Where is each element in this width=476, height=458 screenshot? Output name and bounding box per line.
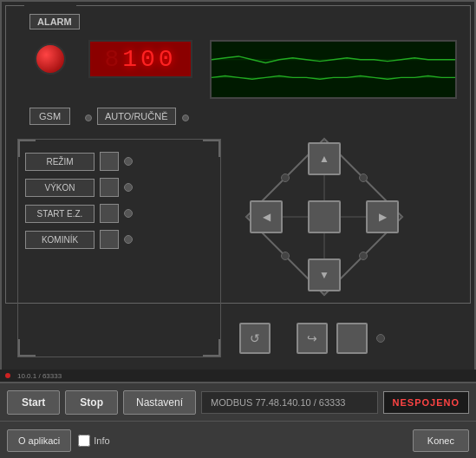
dpad-up-icon: ▲ [319,153,329,165]
auto-indicator [182,114,189,121]
rezim-indicator [124,157,133,166]
about-button[interactable]: O aplikaci [7,429,71,452]
info-checkbox[interactable] [78,435,90,447]
action-buttons-row: ↺ ↪ [239,323,385,354]
dpad-up-button[interactable]: ▲ [308,142,341,175]
stop-button[interactable]: Stop [65,390,118,415]
rezim-row: REŽIM [25,152,213,171]
corner-tl [18,140,36,157]
dpad-dot-dl [281,252,290,260]
rotate-left-icon: ↺ [250,331,260,345]
kominik-row: KOMINÍK [25,230,213,249]
modbus-status: MODBUS 77.48.140.10 / 63333 [201,391,377,414]
rezim-button[interactable]: REŽIM [25,153,95,171]
action-dot [376,334,385,343]
left-controls-panel: REŽIM VÝKON START E.Z. KOMINÍK [17,139,221,357]
dpad-down-button[interactable]: ▼ [308,258,341,291]
info-label: Info [94,435,109,446]
corner-br [203,339,220,357]
start-button[interactable]: Start [7,390,60,415]
dpad-right-button[interactable]: ▶ [366,200,399,233]
corner-bl [18,339,36,357]
dpad-left-icon: ◀ [263,211,271,223]
auto-manual-button[interactable]: AUTO/RUČNĚ [97,108,176,125]
status-strip: 10.0.1 / 63333 [0,370,476,382]
main-panel: ALARM 8100 GSM AUTO/RUČNĚ [0,0,476,382]
waveform-svg [212,42,455,97]
info-area: Info [78,435,109,447]
settings-button[interactable]: Nastavení [123,390,196,415]
action-right-button[interactable] [336,323,368,354]
end-button[interactable]: Konec [413,429,469,452]
start-ez-indicator [124,209,133,218]
kominik-button[interactable]: KOMINÍK [25,231,95,249]
dpad-down-icon: ▼ [319,269,329,281]
bottom-toolbar: Start Stop Nastavení MODBUS 77.48.140.10… [0,382,476,458]
forward-icon: ↪ [307,331,317,345]
dpad-container: ▲ ▼ ◀ ▶ [238,130,411,304]
vykon-small-btn[interactable] [100,178,119,197]
status-text: 10.0.1 / 63333 [17,372,62,380]
dpad-right-icon: ▶ [379,211,387,223]
forward-button[interactable]: ↪ [297,323,328,354]
digital-value: 8100 [104,46,176,73]
start-ez-small-btn[interactable] [100,204,119,223]
dpad-dot-ur [359,173,368,182]
vykon-row: VÝKON [25,178,213,197]
notch [24,5,76,8]
alarm-indicator [35,43,66,75]
toolbar-row-1: Start Stop Nastavení MODBUS 77.48.140.10… [0,383,476,422]
connection-status: NESPOJENO [383,391,469,414]
status-dot [5,373,10,378]
vykon-indicator [124,183,133,192]
waveform-display [210,40,457,99]
corner-tr [203,140,220,157]
rezim-small-btn[interactable] [100,152,119,171]
start-ez-button[interactable]: START E.Z. [25,205,95,223]
gsm-indicator [85,114,92,121]
gsm-button[interactable]: GSM [29,108,70,125]
dpad-left-button[interactable]: ◀ [250,200,283,233]
kominik-indicator [124,235,133,244]
dpad-center-button[interactable] [308,200,341,233]
dpad-dot-dr [359,252,368,260]
rotate-left-button[interactable]: ↺ [239,323,271,354]
toolbar-row-2: O aplikaci Info Konec [0,422,476,458]
alarm-label: ALARM [29,14,80,29]
kominik-small-btn[interactable] [100,230,119,249]
dpad-dot-ul [281,173,290,182]
start-ez-row: START E.Z. [25,204,213,223]
vykon-button[interactable]: VÝKON [25,179,95,197]
digital-display: 8100 [88,40,192,78]
